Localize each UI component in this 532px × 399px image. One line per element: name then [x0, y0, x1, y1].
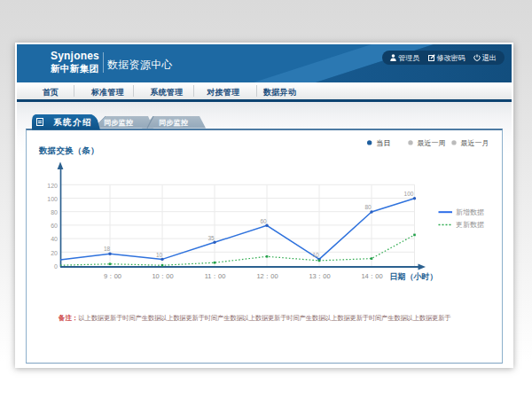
- svg-text:60: 60: [51, 223, 58, 229]
- svg-text:20: 20: [51, 249, 58, 255]
- svg-text:10: 10: [156, 251, 163, 257]
- svg-text:14：00: 14：00: [361, 272, 382, 280]
- svg-text:40: 40: [51, 236, 58, 242]
- svg-text:以上数据更新于时间产生数据以上数据更新于时间产生数据以上数据: 以上数据更新于时间产生数据以上数据更新于时间产生数据以上数据更新于时间产生数据以…: [79, 313, 451, 321]
- svg-text:100: 100: [47, 195, 58, 201]
- svg-text:最近一月: 最近一月: [461, 138, 489, 146]
- svg-text:10: 10: [312, 251, 319, 257]
- svg-text:35: 35: [207, 234, 215, 240]
- svg-text:备注：: 备注：: [58, 313, 79, 321]
- svg-text:当日: 当日: [377, 138, 391, 146]
- svg-text:120: 120: [47, 182, 58, 188]
- svg-text:80: 80: [51, 209, 58, 215]
- svg-text:100: 100: [404, 190, 414, 196]
- svg-text:同步监控: 同步监控: [159, 118, 188, 126]
- svg-text:日期（小时）: 日期（小时）: [390, 271, 438, 280]
- svg-text:最近一周: 最近一周: [418, 138, 446, 146]
- svg-text:60: 60: [260, 217, 267, 223]
- svg-text:11：00: 11：00: [205, 272, 226, 280]
- svg-text:更新数据: 更新数据: [456, 221, 484, 229]
- svg-text:18: 18: [104, 246, 111, 252]
- svg-text:9：00: 9：00: [104, 272, 121, 280]
- svg-text:数据交换（条）: 数据交换（条）: [38, 145, 99, 156]
- svg-text:13：00: 13：00: [309, 272, 330, 280]
- svg-text:10：00: 10：00: [152, 272, 173, 280]
- svg-text:0: 0: [54, 262, 58, 269]
- svg-text:新增数据: 新增数据: [456, 207, 484, 215]
- svg-text:同步监控: 同步监控: [104, 118, 133, 126]
- svg-text:12：00: 12：00: [256, 272, 278, 280]
- svg-text:80: 80: [364, 204, 372, 210]
